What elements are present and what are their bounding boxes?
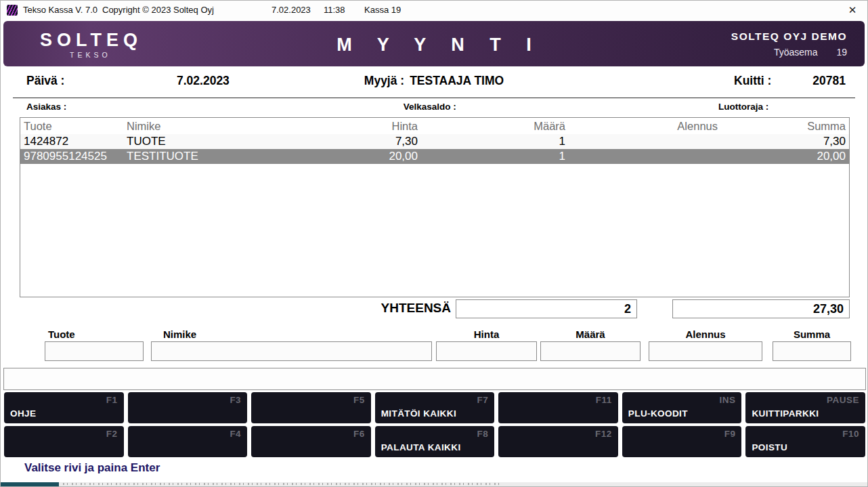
f4-button[interactable]: F4 [128,426,248,457]
cell-nimike: TESTITUOTE [123,149,292,164]
function-key-grid: F1 OHJE F3 F5 F7 MITÄTÖI KAIKKI F11 INS … [4,392,865,457]
entry-label-summa: Summa [773,329,851,340]
quantity-input[interactable] [540,341,641,361]
seller-info: Myyjä :TESTAAJA TIMO [364,74,504,88]
receipt-park-button[interactable]: PAUSE KUITTIPARKKI [745,392,865,423]
f11-button[interactable]: F11 [498,392,618,423]
table-header-row: Tuote Nimike Hinta Määrä Alennus Summa [20,118,849,134]
entry-label-hinta: Hinta [436,329,537,340]
keycap-f10: F10 [842,429,859,439]
entry-label-maara: Määrä [540,329,641,340]
f12-button[interactable]: F12 [498,426,618,457]
col-header-summa: Summa [721,118,849,134]
product-name-input[interactable] [151,341,432,361]
keycap-f9: F9 [724,429,736,439]
window-title: Tekso Kassa V. 7.0 [23,1,97,20]
keycap-f5: F5 [353,395,365,405]
receipt-label: Kuitti : [734,74,771,88]
background-window-clipped-text [63,483,500,485]
void-all-button[interactable]: F7 MITÄTÖI KAIKKI [375,392,495,423]
close-icon[interactable]: ✕ [844,1,861,20]
cell-summa: 20,00 [721,149,849,164]
total-label: YHTEENSÄ [343,301,451,316]
divider-line [13,98,855,98]
titlebar-register: Kassa 19 [364,1,401,20]
cell-maara: 1 [421,149,569,164]
price-input[interactable] [436,341,537,361]
f2-button[interactable]: F2 [4,426,124,457]
return-all-button[interactable]: F8 PALAUTA KAIKKI [375,426,495,457]
plu-codes-button[interactable]: INS PLU-KOODIT [622,392,742,423]
workstation-number: 19 [836,47,847,58]
total-quantity-box: 2 [456,299,637,318]
keycap-f8: F8 [477,429,489,439]
table-row[interactable]: 1424872 TUOTE 7,30 1 7,30 [20,134,849,149]
f9-button[interactable]: F9 [622,426,742,457]
tekso-logo-icon[interactable] [7,5,18,16]
titlebar-date: 7.02.2023 [272,1,311,20]
app-window: Tekso Kassa V. 7.0 Copyright © 2023 Solt… [0,0,868,487]
date-label: Päivä : [26,74,64,88]
seller-value: TESTAAJA TIMO [410,74,504,87]
keycap-ins: INS [719,395,735,405]
cell-maara: 1 [421,134,569,149]
col-header-alennus: Alennus [569,118,721,134]
app-header: SOLTEQ TEKSO M Y Y N T I SOLTEQ OYJ DEMO… [3,21,865,66]
cell-alennus [569,149,721,164]
keycap-f1: F1 [106,395,118,405]
background-window-teal-block [1,482,59,487]
customer-info-row: Asiakas : Velkasaldo : Luottoraja : [1,102,867,114]
keycap-pause: PAUSE [827,395,859,405]
f6-button[interactable]: F6 [251,426,371,457]
help-button[interactable]: F1 OHJE [4,392,124,423]
line-sum-input[interactable] [773,341,851,361]
status-bar: Valitse rivi ja paina Enter [1,459,867,482]
customer-label: Asiakas : [26,102,66,112]
discount-input[interactable] [649,341,762,361]
cell-hinta: 20,00 [292,149,421,164]
workstation-label: Työasema [774,47,818,58]
workstation-info: Työasema 19 [731,47,847,58]
f3-button[interactable]: F3 [128,392,248,423]
col-header-hinta: Hinta [292,118,421,134]
entry-label-nimike: Nimike [163,329,196,340]
product-code-input[interactable] [45,341,144,361]
cell-summa: 7,30 [721,134,849,149]
cell-hinta: 7,30 [292,134,421,149]
company-name: SOLTEQ OYJ DEMO [731,30,847,43]
receipt-info-row: Päivä : 7.02.2023 Myyjä :TESTAAJA TIMO K… [1,74,867,93]
col-header-maara: Määrä [421,118,569,134]
cell-tuote: 1424872 [20,134,123,149]
keycap-f3: F3 [230,395,241,405]
cell-alennus [569,134,721,149]
keycap-f2: F2 [106,429,118,439]
keycap-f4: F4 [230,429,241,439]
sale-lines-table: Tuote Nimike Hinta Määrä Alennus Summa 1… [20,117,850,297]
col-header-tuote: Tuote [20,118,123,134]
f5-button[interactable]: F5 [251,392,371,423]
cell-tuote: 9780955124525 [20,149,123,164]
credit-limit-label: Luottoraja : [718,102,768,112]
background-window-strip [1,482,867,487]
col-header-nimike: Nimike [123,118,292,134]
debt-balance-label: Velkasaldo : [404,102,456,112]
exit-button[interactable]: F10 POISTU [745,426,865,457]
keycap-f12: F12 [595,429,612,439]
titlebar-time: 11:38 [324,1,345,20]
status-message: Valitse rivi ja paina Enter [24,461,160,475]
total-sum-box: 27,30 [672,299,850,318]
keycap-f6: F6 [353,429,365,439]
keycap-f7: F7 [477,395,489,405]
titlebar: Tekso Kassa V. 7.0 Copyright © 2023 Solt… [1,1,867,20]
command-input[interactable] [3,368,866,390]
date-value: 7.02.2023 [177,74,230,88]
cell-nimike: TUOTE [123,134,292,149]
entry-label-tuote: Tuote [48,329,75,340]
table-row-selected[interactable]: 9780955124525 TESTITUOTE 20,00 1 20,00 [20,149,849,164]
entry-label-alennus: Alennus [649,329,762,340]
receipt-number: 20781 [812,74,846,88]
seller-label: Myyjä : [364,74,404,87]
copyright-text: Copyright © 2023 Solteq Oyj [102,1,214,20]
keycap-f11: F11 [596,395,612,405]
